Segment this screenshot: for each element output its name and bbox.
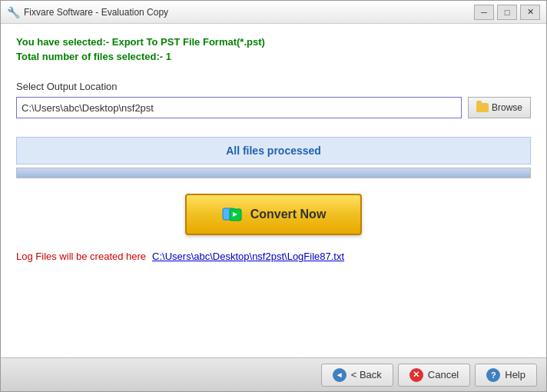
content-area: You have selected:- Export To PST File F…: [1, 24, 546, 357]
help-button[interactable]: ? Help: [475, 364, 537, 387]
cancel-button[interactable]: ✕ Cancel: [398, 364, 470, 387]
folder-icon: [476, 103, 489, 112]
convert-icon: [221, 204, 243, 225]
progress-section: All files processed: [16, 137, 531, 178]
help-icon: ?: [486, 368, 500, 382]
progress-status-text: All files processed: [226, 145, 321, 157]
output-row: Browse: [16, 97, 531, 118]
window-title: Fixvare Software - Evaluation Copy: [24, 7, 474, 18]
progress-status-bar: All files processed: [16, 137, 531, 164]
help-label: Help: [505, 369, 525, 380]
files-count-info: Total number of files selected:- 1: [16, 51, 531, 62]
export-format-info: You have selected:- Export To PST File F…: [16, 36, 531, 48]
app-icon: 🔧: [7, 6, 19, 18]
output-path-input[interactable]: [16, 97, 462, 118]
minimize-button[interactable]: ─: [474, 5, 494, 20]
progress-bar-container: [16, 168, 531, 178]
browse-button[interactable]: Browse: [468, 97, 531, 118]
output-location-section: Select Output Location Browse: [16, 81, 531, 118]
maximize-button[interactable]: □: [497, 5, 517, 20]
back-icon: ◄: [333, 368, 346, 382]
convert-now-label: Convert Now: [250, 208, 327, 221]
convert-section: Convert Now: [16, 194, 531, 235]
close-button[interactable]: ✕: [520, 5, 540, 20]
window-controls: ─ □ ✕: [474, 5, 540, 20]
convert-now-button[interactable]: Convert Now: [185, 194, 362, 235]
bottom-toolbar: ◄ < Back ✕ Cancel ? Help: [1, 357, 546, 391]
main-window: 🔧 Fixvare Software - Evaluation Copy ─ □…: [0, 0, 547, 392]
progress-bar-fill: [17, 168, 530, 178]
log-file-link[interactable]: C:\Users\abc\Desktop\nsf2pst\LogFile87.t…: [152, 251, 344, 262]
cancel-label: Cancel: [428, 369, 459, 380]
log-section: Log Files will be created here C:\Users\…: [16, 251, 531, 262]
output-location-label: Select Output Location: [16, 81, 531, 92]
back-label: < Back: [351, 369, 382, 380]
log-files-label: Log Files will be created here: [16, 251, 146, 262]
title-bar: 🔧 Fixvare Software - Evaluation Copy ─ □…: [1, 1, 546, 24]
cancel-icon: ✕: [409, 368, 423, 382]
back-button[interactable]: ◄ < Back: [321, 364, 393, 387]
browse-label: Browse: [492, 102, 522, 113]
